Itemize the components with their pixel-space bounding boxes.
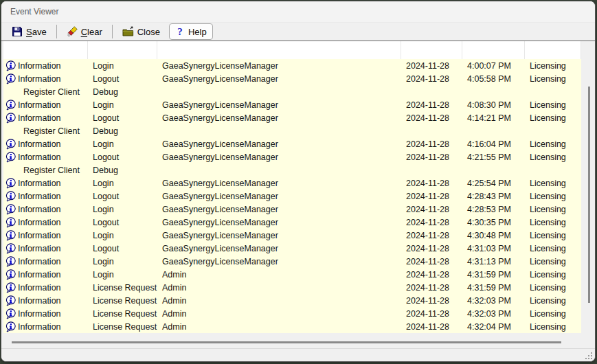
table-row[interactable]: InformationLoginGaeaSynergyLicenseManage…: [3, 98, 581, 111]
table-row[interactable]: InformationLoginAdmin2024-11-284:31:59 P…: [3, 268, 581, 281]
clear-button[interactable]: Clear: [60, 23, 109, 40]
information-icon: [5, 295, 16, 306]
cell-type: Information: [3, 177, 88, 190]
cell-time: [462, 85, 525, 98]
cell-type-label: Information: [18, 205, 61, 214]
cell-user: GaeaSynergyLicenseManager: [157, 177, 401, 190]
table-row[interactable]: InformationLogoutGaeaSynergyLicenseManag…: [3, 72, 581, 85]
cell-user: Admin: [157, 281, 401, 294]
table-row[interactable]: InformationLoginGaeaSynergyLicenseManage…: [3, 177, 581, 190]
cell-category: Licensing: [525, 242, 581, 255]
information-icon: [5, 282, 16, 293]
help-button[interactable]: ?Help: [169, 23, 213, 40]
cell-date: 2024-11-28: [401, 72, 462, 85]
cell-category: Licensing: [525, 255, 581, 268]
titlebar[interactable]: Event Viewer: [1, 1, 595, 22]
cell-type: Information: [3, 98, 88, 111]
table-row[interactable]: InformationLoginGaeaSynergyLicenseManage…: [3, 203, 581, 216]
column-header-category[interactable]: [525, 41, 581, 59]
cell-id: Login: [88, 177, 157, 190]
table-row[interactable]: InformationLoginGaeaSynergyLicenseManage…: [3, 137, 581, 150]
cell-category: Licensing: [525, 229, 581, 242]
cell-id: Login: [88, 203, 157, 216]
cell-type-label: Information: [18, 152, 61, 162]
help-button-label: Help: [188, 27, 207, 37]
cell-id: Login: [88, 59, 157, 72]
cell-type: Information: [3, 320, 88, 333]
vertical-scrollbar[interactable]: [582, 41, 595, 348]
table-row[interactable]: InformationLicense RequestAdmin2024-11-2…: [3, 307, 581, 320]
save-button[interactable]: Save: [5, 23, 53, 40]
column-header-date[interactable]: [401, 41, 462, 59]
cell-user: GaeaSynergyLicenseManager: [157, 229, 401, 242]
cell-user: [157, 163, 401, 177]
cell-category: Licensing: [525, 281, 581, 294]
eraser-icon: [67, 26, 78, 37]
horizontal-scrollbar[interactable]: [1, 334, 582, 348]
cell-type: Information: [3, 307, 88, 320]
cell-category: Licensing: [525, 150, 581, 163]
table-row[interactable]: InformationLicense RequestAdmin2024-11-2…: [3, 281, 581, 294]
cell-type-label: Information: [18, 270, 61, 280]
cell-time: 4:28:43 PM: [462, 190, 525, 203]
cell-type: Information: [3, 111, 88, 124]
table-row[interactable]: InformationLicense RequestAdmin2024-11-2…: [3, 320, 581, 333]
close-button[interactable]: Close: [116, 23, 166, 40]
column-header-time[interactable]: [462, 41, 525, 59]
cell-date: 2024-11-28: [401, 307, 462, 320]
table-row[interactable]: Register ClientDebug: [3, 85, 581, 98]
information-icon: [5, 152, 16, 163]
cell-id: Logout: [88, 216, 157, 229]
cell-user: [157, 124, 401, 137]
cell-time: 4:30:35 PM: [462, 216, 525, 229]
table-row[interactable]: InformationLogoutGaeaSynergyLicenseManag…: [3, 150, 581, 163]
horizontal-scrollbar-thumb[interactable]: [12, 341, 561, 343]
resize-grip[interactable]: [584, 351, 592, 359]
table-row[interactable]: InformationLoginGaeaSynergyLicenseManage…: [3, 255, 581, 268]
folder-icon: [122, 26, 134, 37]
cell-id: Debug: [88, 163, 157, 177]
cell-type: Information: [3, 268, 88, 281]
table-row[interactable]: InformationLogoutGaeaSynergyLicenseManag…: [3, 216, 581, 229]
cell-type: Information: [3, 255, 88, 268]
cell-type-label: Register Client: [23, 87, 80, 97]
cell-type-label: Information: [18, 283, 61, 293]
cell-date: [401, 124, 462, 137]
cell-date: 2024-11-28: [401, 320, 462, 333]
cell-time: 4:30:48 PM: [462, 229, 525, 242]
cell-category: Licensing: [525, 203, 581, 216]
cell-id: Login: [88, 229, 157, 242]
cell-user: GaeaSynergyLicenseManager: [157, 111, 401, 124]
table-row[interactable]: InformationLoginGaeaSynergyLicenseManage…: [3, 59, 581, 72]
vertical-scrollbar-thumb[interactable]: [588, 87, 590, 303]
cell-time: 4:32:03 PM: [462, 294, 525, 307]
toolbar: SaveClearClose?Help: [1, 22, 595, 41]
close-button-label: Close: [137, 27, 160, 37]
cell-type-label: Information: [18, 218, 61, 227]
table-row[interactable]: InformationLoginGaeaSynergyLicenseManage…: [3, 229, 581, 242]
cell-time: 4:25:54 PM: [462, 177, 525, 190]
table-row[interactable]: InformationLogoutGaeaSynergyLicenseManag…: [3, 111, 581, 124]
cell-time: 4:16:04 PM: [462, 137, 525, 150]
table-row[interactable]: InformationLogoutGaeaSynergyLicenseManag…: [3, 190, 581, 203]
cell-type-label: Information: [18, 113, 61, 123]
cell-user: Admin: [157, 294, 401, 307]
column-header-type[interactable]: [3, 41, 88, 59]
table-row[interactable]: Register ClientDebug: [3, 124, 581, 137]
toolbar-separator: [112, 25, 113, 38]
table-row[interactable]: InformationLogoutGaeaSynergyLicenseManag…: [3, 242, 581, 255]
cell-id: Logout: [88, 242, 157, 255]
cell-category: Licensing: [525, 59, 581, 72]
column-header-id[interactable]: [88, 41, 157, 59]
clear-button-label: Clear: [81, 27, 102, 37]
column-header-user[interactable]: [157, 41, 401, 59]
svg-text:?: ?: [177, 26, 183, 37]
table-row[interactable]: Register ClientDebug: [3, 163, 581, 177]
cell-user: GaeaSynergyLicenseManager: [157, 242, 401, 255]
cell-date: 2024-11-28: [401, 242, 462, 255]
table-row[interactable]: InformationLicense RequestAdmin2024-11-2…: [3, 294, 581, 307]
cell-type: Information: [3, 137, 88, 150]
cell-type: Information: [3, 59, 88, 72]
cell-type-label: Information: [18, 296, 61, 306]
cell-id: Login: [88, 98, 157, 111]
